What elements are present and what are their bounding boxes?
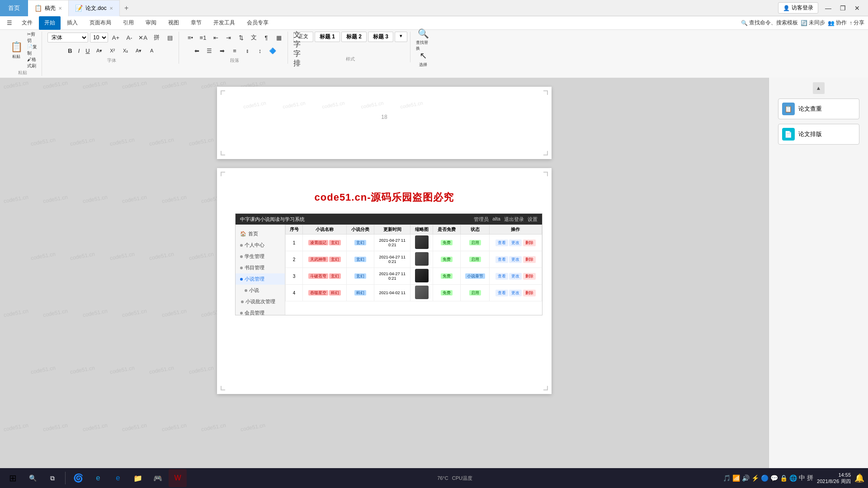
unsync-button[interactable]: 🔄 未同步 (801, 19, 825, 27)
document-page-top[interactable]: code51.cn code51.cn code51.cn code51.cn … (217, 87, 552, 159)
row1-delete[interactable]: 删除 (523, 239, 536, 246)
restore-button[interactable]: ❐ (836, 2, 849, 14)
document-scroll[interactable]: code51.cn code51.cn code51.cn code51.cn … (181, 78, 588, 477)
style-h1[interactable]: 标题 1 (315, 32, 340, 42)
clear-format[interactable]: ✕A (137, 32, 149, 43)
tab-doc[interactable]: 📝 论文.doc ✕ (69, 0, 120, 16)
shading-button[interactable]: 🔷 (267, 45, 278, 56)
search-taskbar-button[interactable]: 🔍 (24, 469, 42, 487)
row1-view[interactable]: 查看 (495, 239, 508, 246)
col-layout[interactable]: ⫾ (241, 45, 253, 56)
tray-icon-5[interactable]: 🔵 (761, 474, 769, 482)
tray-icon-6[interactable]: 💬 (770, 474, 778, 482)
italic-button[interactable]: I (76, 46, 82, 56)
border-button[interactable]: ▦ (273, 32, 285, 43)
ribbon-tab-chapter[interactable]: 章节 (185, 16, 207, 30)
ribbon-tab-layout[interactable]: 页面布局 (84, 16, 117, 30)
row2-delete[interactable]: 删除 (523, 256, 536, 263)
document-area[interactable]: code51.cncode51.cncode51.cncode51.cncode… (0, 78, 769, 477)
tray-icon-1[interactable]: 🎵 (723, 474, 731, 482)
minimize-button[interactable]: — (822, 2, 835, 14)
browser-button[interactable]: 🌀 (69, 469, 87, 487)
indent-increase[interactable]: ⇥ (222, 32, 234, 43)
tray-icon-4[interactable]: ⚡ (751, 474, 759, 482)
row2-view[interactable]: 查看 (495, 256, 508, 263)
cut-button[interactable]: ✂剪切 (27, 32, 39, 43)
notification-button[interactable]: 🔔 (854, 473, 864, 483)
doc-close-icon[interactable]: ✕ (109, 6, 113, 11)
ribbon-tab-file[interactable]: 文件 (16, 16, 38, 30)
tab-home[interactable]: 首页 (0, 0, 28, 16)
font-color-button[interactable]: A▾ (94, 45, 105, 56)
phonetic-button[interactable]: 拼 (151, 32, 162, 43)
row4-view[interactable]: 查看 (495, 290, 508, 296)
scroll-up-button[interactable]: ▲ (813, 82, 825, 94)
highlight-button[interactable]: A▾ (133, 45, 145, 56)
start-button[interactable]: ⊞ (4, 469, 22, 487)
ribbon-tab-review[interactable]: 审阅 (140, 16, 162, 30)
align-right[interactable]: ➡ (216, 45, 228, 56)
ribbon-tab-ref[interactable]: 引用 (118, 16, 139, 30)
tray-icon-2[interactable]: 📶 (732, 474, 740, 482)
align-center[interactable]: ☰ (203, 45, 215, 56)
row4-delete[interactable]: 删除 (523, 290, 536, 296)
row2-edit[interactable]: 更改 (509, 256, 522, 263)
align-justify[interactable]: ≡ (229, 45, 241, 56)
align-left[interactable]: ⬅ (191, 45, 203, 56)
ribbon-tab-insert[interactable]: 插入 (61, 16, 83, 30)
ribbon-tab-view[interactable]: 视图 (163, 16, 184, 30)
bold-button[interactable]: B (66, 46, 74, 56)
para-mark[interactable]: ¶ (260, 32, 272, 43)
indent-decrease[interactable]: ⇤ (210, 32, 222, 43)
ribbon-tab-start[interactable]: 开始 (39, 16, 61, 30)
find-replace-button[interactable]: 🔍 查找替换 (416, 32, 430, 48)
style-h2[interactable]: 标题 2 (341, 32, 367, 42)
row3-delete[interactable]: 删除 (523, 273, 536, 280)
ime-icon[interactable]: 拼 (807, 474, 813, 482)
font-size-increase[interactable]: A+ (110, 32, 122, 43)
paper-check-button[interactable]: 📋 论文查重 (778, 99, 859, 119)
add-tab-button[interactable]: + (120, 1, 133, 15)
ribbon-tab-dev[interactable]: 开发工具 (208, 16, 241, 30)
row4-edit[interactable]: 更改 (509, 290, 522, 296)
subscript-button[interactable]: X₂ (120, 45, 132, 56)
format-brush-button[interactable]: 🖌格式刷 (27, 57, 39, 69)
game-button[interactable]: 🎮 (149, 469, 167, 487)
numbering-button[interactable]: ≡1 (197, 32, 209, 43)
styles-more[interactable]: ▾ (395, 32, 407, 42)
share-button[interactable]: ↑ 分享 (849, 19, 864, 27)
menu-icon[interactable]: ☰ (4, 17, 15, 29)
bullets-button[interactable]: ≡• (184, 32, 196, 43)
edge-button[interactable]: e (109, 469, 127, 487)
clock[interactable]: 14:55 2021/8/26 周四 (817, 472, 851, 485)
row1-edit[interactable]: 更改 (509, 239, 522, 246)
folder-button[interactable]: 📁 (129, 469, 147, 487)
input-method[interactable]: 中 (799, 474, 805, 482)
paste-button[interactable]: 📋 粘贴 (6, 42, 26, 58)
font-size-select[interactable]: 10 (90, 33, 108, 42)
style-h3[interactable]: 标题 3 (368, 32, 393, 42)
row3-edit[interactable]: 更改 (509, 273, 522, 280)
row3-view[interactable]: 查看 (495, 273, 508, 280)
text-style-icon[interactable]: 文字字排 (293, 43, 305, 55)
tray-icon-8[interactable]: 🌐 (789, 474, 797, 482)
tab-gaoke[interactable]: 📋 稿壳 ✕ (28, 0, 69, 16)
underline-button[interactable]: U (83, 46, 92, 56)
tray-icon-3[interactable]: 🔊 (742, 474, 750, 482)
gaoke-close-icon[interactable]: ✕ (58, 6, 62, 11)
document-page-main[interactable]: code51.cn-源码乐园盗图必究 中字课内小说阅读与学习系统 管理员 alt… (217, 168, 552, 394)
char-shading[interactable]: ▤ (164, 32, 176, 43)
select-button[interactable]: ↖ 选择 (416, 51, 430, 67)
font-size-decrease[interactable]: A- (123, 32, 135, 43)
close-button[interactable]: ✕ (851, 2, 863, 14)
ribbon-tab-vip[interactable]: 会员专享 (241, 16, 274, 30)
search-command-button[interactable]: 🔍 查找命令、搜索模板 (741, 19, 798, 27)
ie-button[interactable]: e (89, 469, 107, 487)
visitor-login-button[interactable]: 👤 访客登录 (778, 2, 818, 14)
tray-icon-7[interactable]: 🔒 (780, 474, 788, 482)
char-border[interactable]: A (146, 45, 158, 56)
line-spacing[interactable]: ↕ (254, 45, 266, 56)
task-view-button[interactable]: ⧉ (43, 469, 61, 487)
collab-button[interactable]: 👥 协作 (828, 19, 847, 27)
paper-format-button[interactable]: 📄 论文排版 (778, 124, 859, 145)
